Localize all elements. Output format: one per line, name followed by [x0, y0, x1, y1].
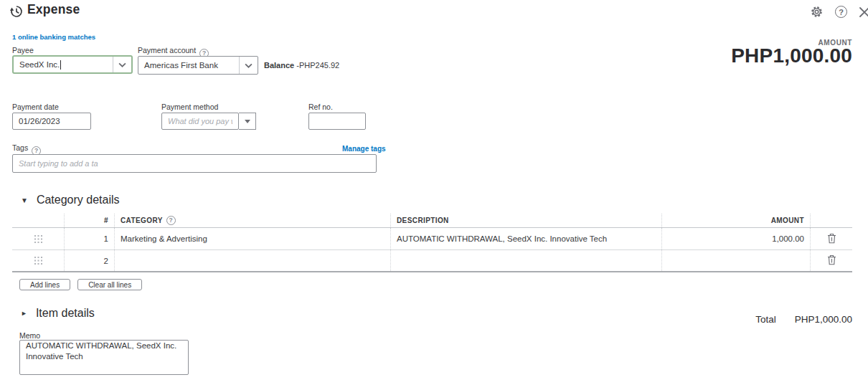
- payee-value: SeedX Inc.: [19, 60, 60, 69]
- payment-account-select[interactable]: Americas First Bank: [138, 56, 258, 75]
- total-value: PHP1,000.00: [795, 314, 852, 325]
- drag-handle-icon[interactable]: [18, 235, 58, 243]
- ref-no-label: Ref no.: [308, 103, 333, 111]
- row-description[interactable]: AUTOMATIC WITHDRAWAL, SeedX Inc. Innovat…: [391, 228, 662, 249]
- manage-tags-link[interactable]: Manage tags: [342, 145, 386, 153]
- trash-icon[interactable]: [827, 255, 836, 267]
- col-description: DESCRIPTION: [391, 214, 662, 227]
- triangle-down-icon: [245, 120, 250, 123]
- help-icon[interactable]: ?: [835, 6, 847, 18]
- gear-icon[interactable]: [810, 5, 824, 19]
- item-details-title: Item details: [36, 307, 95, 320]
- row-category[interactable]: [115, 250, 391, 271]
- triangle-right-icon: ►: [21, 310, 27, 317]
- table-header-row: # CATEGORY? DESCRIPTION AMOUNT: [12, 214, 852, 228]
- payment-date-label: Payment date: [12, 103, 59, 111]
- row-number: 1: [65, 228, 115, 249]
- payment-date-input[interactable]: [12, 113, 91, 130]
- ref-no-input[interactable]: [308, 113, 366, 130]
- category-details-title: Category details: [37, 194, 120, 206]
- add-lines-button[interactable]: Add lines: [19, 279, 70, 290]
- clear-all-lines-button[interactable]: Clear all lines: [77, 279, 142, 290]
- table-row[interactable]: 1 Marketing & Advertising AUTOMATIC WITH…: [12, 228, 852, 250]
- trash-icon[interactable]: [827, 233, 836, 245]
- close-icon[interactable]: [859, 6, 868, 18]
- drag-handle-icon[interactable]: [18, 257, 58, 265]
- item-details-toggle[interactable]: ► Item details: [21, 307, 95, 320]
- chevron-down-icon[interactable]: [239, 57, 258, 74]
- row-description[interactable]: [391, 250, 662, 271]
- page-title: Expense: [27, 2, 80, 17]
- payment-method-input[interactable]: [161, 113, 239, 130]
- amount-value: PHP1,000.00: [731, 44, 852, 67]
- table-row[interactable]: 2: [12, 250, 852, 272]
- payment-method-label: Payment method: [161, 103, 218, 111]
- question-circle-icon[interactable]: ?: [166, 216, 176, 225]
- memo-textarea[interactable]: [19, 340, 189, 375]
- balance-text: Balance -PHP245.92: [264, 61, 339, 70]
- category-details-toggle[interactable]: ▼ Category details: [21, 194, 120, 206]
- chevron-down-icon[interactable]: [113, 57, 131, 72]
- col-number: #: [65, 214, 115, 227]
- history-icon[interactable]: [9, 4, 24, 19]
- category-table: # CATEGORY? DESCRIPTION AMOUNT 1 Marketi…: [12, 214, 852, 272]
- col-amount: AMOUNT: [662, 214, 811, 227]
- payee-label: Payee: [12, 46, 34, 54]
- memo-label: Memo: [19, 331, 40, 340]
- payment-account-value: Americas First Bank: [138, 57, 239, 74]
- row-amount[interactable]: [662, 250, 811, 271]
- col-category: CATEGORY?: [115, 214, 391, 227]
- total-label: Total: [755, 314, 776, 325]
- expense-form-page: Expense ? 1 online banking matches AMOUN…: [0, 0, 868, 390]
- total-row: Total PHP1,000.00: [755, 314, 852, 325]
- row-number: 2: [65, 250, 115, 271]
- text-caret: [60, 60, 61, 70]
- row-amount[interactable]: 1,000.00: [662, 228, 811, 249]
- tags-input[interactable]: [12, 154, 377, 173]
- online-banking-matches-link[interactable]: 1 online banking matches: [12, 33, 95, 41]
- triangle-down-icon: ▼: [21, 196, 28, 204]
- payee-select[interactable]: SeedX Inc.: [12, 55, 133, 74]
- payment-method-dropdown-button[interactable]: [239, 113, 256, 130]
- row-category[interactable]: Marketing & Advertising: [115, 228, 391, 249]
